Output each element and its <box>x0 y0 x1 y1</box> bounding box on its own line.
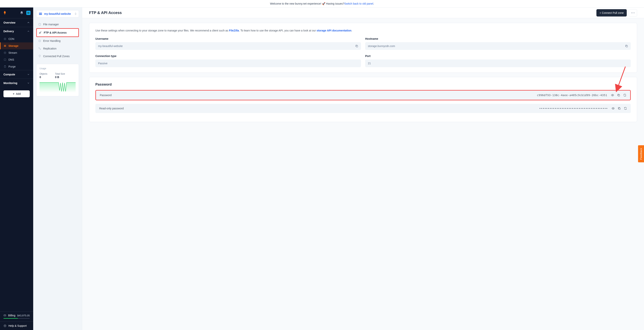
chevron-up-icon <box>27 21 30 24</box>
subnav-file-manager[interactable]: File manager <box>36 20 79 28</box>
connection-settings-card: Use these settings when connecting to yo… <box>89 23 637 73</box>
refresh-icon[interactable] <box>623 94 626 97</box>
page-title: FTP & API Access <box>89 10 122 15</box>
sidebar: Overview Delivery CDN Storage Stream DNS… <box>0 8 33 330</box>
subnav-connected-pull-zones[interactable]: Connected Pull Zones <box>36 52 79 60</box>
svg-rect-25 <box>618 95 620 96</box>
username-value: my-beautiful-website <box>98 44 122 48</box>
svg-rect-13 <box>39 14 42 15</box>
subnav-ftp-api-access[interactable]: FTP & API Access <box>36 28 79 37</box>
copy-icon[interactable] <box>625 44 628 48</box>
hostname-field: Hostname storage.bunnycdn.com <box>365 37 631 50</box>
subnav-error-handling[interactable]: Error Handling <box>36 37 79 45</box>
password-label: Password <box>100 94 112 97</box>
sidebar-section-delivery[interactable]: Delivery <box>0 27 33 36</box>
sidebar-top <box>0 8 33 18</box>
password-title: Password <box>95 82 631 86</box>
file-manager-icon <box>38 23 41 26</box>
user-avatar[interactable] <box>26 11 30 15</box>
copy-icon[interactable] <box>617 94 620 97</box>
zone-selector[interactable]: my-beautiful-website <box>36 10 79 18</box>
help-icon <box>4 324 6 327</box>
username-label: Username <box>95 37 361 40</box>
hostname-value-box: storage.bunnycdn.com <box>365 42 631 50</box>
subnav-replication-label: Replication <box>43 47 56 50</box>
storage-subnav: my-beautiful-website File manager FTP & … <box>33 8 82 330</box>
svg-point-1 <box>28 13 28 13</box>
sidebar-item-storage[interactable]: Storage <box>0 42 33 49</box>
username-value-box: my-beautiful-website <box>95 42 361 50</box>
svg-rect-5 <box>4 45 6 46</box>
subnav-file-manager-label: File manager <box>43 23 59 26</box>
ellipsis-icon <box>631 12 634 13</box>
storage-icon <box>4 44 6 48</box>
more-actions-button[interactable] <box>629 9 637 16</box>
cdn-icon <box>4 38 6 40</box>
banner-text-tail: . <box>373 2 374 5</box>
banner-text: Welcome to the new bunny.net experience!… <box>270 2 344 5</box>
conn-type-value-box: Passive <box>95 60 361 67</box>
purge-icon <box>4 65 6 68</box>
eye-icon[interactable] <box>612 107 615 110</box>
svg-point-26 <box>613 108 614 109</box>
readonly-password-row: Read-only password •••••••••••••••••••••… <box>95 104 631 113</box>
svg-rect-9 <box>4 315 6 316</box>
connect-pull-zone-button[interactable]: + Connect Pull zone <box>596 9 627 16</box>
sidebar-section-monitoring[interactable]: Monitoring <box>0 79 33 87</box>
svg-point-15 <box>39 32 40 34</box>
storage-zone-icon <box>39 12 42 15</box>
conn-type-value: Passive <box>98 62 108 65</box>
refresh-icon[interactable] <box>624 107 627 110</box>
sidebar-purge-label: Purge <box>8 65 16 68</box>
sidebar-section-compute[interactable]: Compute <box>0 70 33 79</box>
svg-rect-0 <box>28 12 30 14</box>
billing-label: Billing <box>8 314 15 317</box>
sidebar-stream-label: Stream <box>8 51 17 54</box>
svg-point-3 <box>4 38 5 39</box>
error-handling-icon <box>38 39 41 42</box>
svg-rect-14 <box>39 24 40 26</box>
usage-size-value: 0 B <box>55 76 65 79</box>
billing-amount: $43,975.05 <box>17 314 30 317</box>
copy-icon[interactable] <box>355 44 358 48</box>
username-field: Username my-beautiful-website <box>95 37 361 50</box>
sidebar-item-cdn[interactable]: CDN <box>0 36 33 42</box>
sidebar-section-overview[interactable]: Overview <box>0 18 33 27</box>
main-header: FTP & API Access + Connect Pull zone <box>82 8 644 18</box>
subnav-error-handling-label: Error Handling <box>43 39 60 42</box>
welcome-banner: Welcome to the new bunny.net experience!… <box>0 0 644 8</box>
svg-rect-8 <box>4 59 6 60</box>
zone-name: my-beautiful-website <box>44 12 73 15</box>
billing-progress <box>4 318 30 319</box>
feedback-tab[interactable]: Feedback <box>638 145 644 162</box>
notifications-icon[interactable] <box>20 11 24 15</box>
eye-icon[interactable] <box>611 94 614 97</box>
usage-size: Total Size 0 B <box>55 72 65 79</box>
svg-rect-12 <box>39 13 42 14</box>
bunny-logo-icon <box>3 11 7 15</box>
port-value-box: 21 <box>365 60 631 67</box>
billing-row[interactable]: Billing $43,975.05 <box>0 312 33 318</box>
add-button[interactable]: Add <box>4 90 30 97</box>
sidebar-dns-label: DNS <box>8 58 14 61</box>
usage-objects: Objects 0 <box>40 72 48 79</box>
copy-icon[interactable] <box>618 107 621 110</box>
sidebar-item-purge[interactable]: Purge <box>0 63 33 70</box>
filezilla-link[interactable]: FileZilla <box>229 29 239 32</box>
key-icon <box>39 31 42 34</box>
sidebar-item-dns[interactable]: DNS <box>0 56 33 63</box>
usage-title: Usage <box>40 67 76 70</box>
switch-old-panel-link[interactable]: Switch back to old panel <box>344 2 373 5</box>
subnav-replication[interactable]: Replication <box>36 45 79 52</box>
svg-point-20 <box>632 12 633 13</box>
plus-icon <box>12 93 15 95</box>
password-card: Password Password c996df93-138c-4aee-a40… <box>89 77 637 122</box>
usage-sparkline <box>40 81 76 92</box>
hostname-value: storage.bunnycdn.com <box>368 44 395 48</box>
api-doc-link[interactable]: storage API documentation <box>317 29 352 32</box>
sidebar-item-stream[interactable]: Stream <box>0 49 33 56</box>
add-button-label: Add <box>16 92 21 95</box>
help-support-link[interactable]: Help & Support <box>0 321 33 330</box>
connection-type-field: Connection type Passive <box>95 54 361 67</box>
hostname-label: Hostname <box>365 37 631 40</box>
